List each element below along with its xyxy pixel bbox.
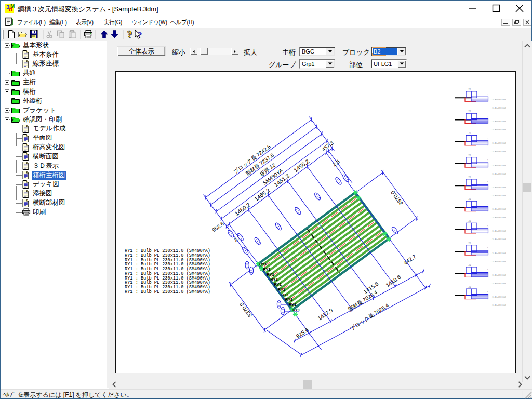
- svg-text:RY1: RY1: [285, 297, 293, 302]
- svg-text:部材長 7020.4: 部材長 7020.4: [347, 289, 378, 313]
- svg-text:RY1 : Bulb PL 230x11.0 (SM490Y: RY1 : Bulb PL 230x11.0 (SM490YA): [125, 289, 210, 295]
- svg-text:1410.6: 1410.6: [384, 274, 402, 288]
- svg-text:RY1: RY1: [267, 272, 274, 277]
- svg-text:?: ?: [127, 29, 132, 39]
- svg-text:925.6: 925.6: [295, 326, 310, 339]
- svg-text:3370.0: 3370.0: [238, 301, 253, 318]
- svg-text:952.6: 952.6: [211, 220, 225, 233]
- svg-text:442.7: 442.7: [402, 253, 417, 266]
- svg-text:RY1: RY1: [278, 287, 286, 292]
- svg-text:RY1: RY1: [274, 282, 282, 287]
- svg-text:RY1: RY1: [263, 267, 271, 272]
- svg-text:1417.9: 1417.9: [316, 307, 334, 322]
- svg-text:RY1: RY1: [270, 277, 278, 282]
- svg-text:RY1: RY1: [289, 302, 297, 307]
- svg-text:RY1: RY1: [282, 292, 289, 297]
- svg-text:RY1: RY1: [259, 262, 267, 267]
- svg-text:RY1: RY1: [292, 308, 300, 312]
